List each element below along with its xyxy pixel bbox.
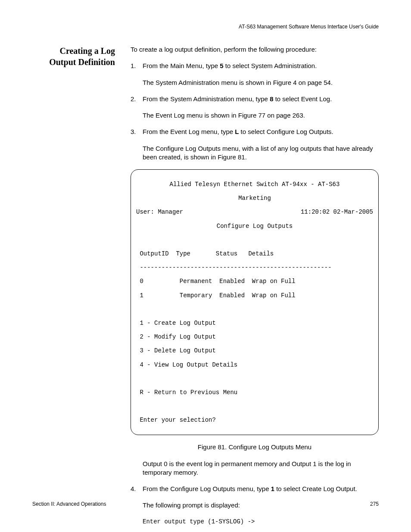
figure-caption: Figure 81. Configure Log Outputs Menu [131, 443, 379, 451]
heading-line-1: Creating a Log [59, 46, 115, 56]
terminal-screen: Allied Telesyn Ethernet Switch AT-94xx -… [131, 169, 379, 435]
term-menu-2: 2 - Modify Log Output [136, 333, 373, 340]
step-4: 4. From the Configure Log Outputs menu, … [131, 485, 379, 493]
term-blank [136, 403, 373, 410]
term-user-row: User: Manager11:20:02 02-Mar-2005 [136, 208, 373, 215]
term-menu-4: 4 - View Log Output Details [136, 361, 373, 368]
intro-paragraph: To create a log output definition, perfo… [131, 45, 379, 54]
term-menu-3: 3 - Delete Log Output [136, 347, 373, 354]
term-title: Allied Telesyn Ethernet Switch AT-94xx -… [136, 181, 373, 188]
term-table-header: OutputID Type Status Details [136, 250, 373, 257]
term-menu-1: 1 - Create Log Output [136, 320, 373, 327]
step-1-follow: The System Administration menu is shown … [143, 78, 379, 87]
page-content: Creating a Log Output Definition To crea… [32, 45, 379, 532]
term-menu-title: Configure Log Outputs [136, 223, 373, 230]
text: From the Event Log menu, type [143, 128, 235, 135]
bold-key: 1 [271, 485, 274, 492]
step-3: 3. From the Event Log menu, type L to se… [131, 128, 379, 136]
text: to select Create Log Output. [274, 485, 357, 492]
text: From the Main Menu, type [143, 62, 220, 69]
term-blank [136, 375, 373, 382]
after-figure-text: Output 0 is the event log in permanent m… [143, 460, 379, 477]
step-body: From the System Administration menu, typ… [143, 95, 379, 103]
term-menu-r: R - Return to Previous Menu [136, 389, 373, 396]
term-table-divider: ----------------------------------------… [136, 264, 373, 271]
footer-section: Section II: Advanced Operations [32, 501, 106, 507]
body-column: To create a log output definition, perfo… [131, 45, 379, 532]
term-timestamp: 11:20:02 02-Mar-2005 [301, 208, 373, 215]
page-footer: Section II: Advanced Operations 275 [32, 501, 379, 507]
term-row-1: 1 Temporary Enabled Wrap on Full [136, 292, 373, 299]
step-number: 2. [131, 95, 143, 103]
section-heading: Creating a Log Output Definition [32, 45, 123, 68]
text: to select Event Log. [273, 95, 332, 103]
term-row-0: 0 Permanent Enabled Wrap on Full [136, 278, 373, 285]
term-blank [136, 306, 373, 313]
text: From the System Administration menu, typ… [143, 95, 270, 103]
step-number: 4. [131, 485, 143, 493]
step-2-follow: The Event Log menu is shown in Figure 77… [143, 111, 379, 120]
step-number: 3. [131, 128, 143, 136]
step-body: From the Configure Log Outputs menu, typ… [143, 485, 379, 493]
running-header: AT-S63 Management Software Menus Interfa… [239, 24, 379, 30]
text: to select Configure Log Outputs. [239, 128, 333, 135]
text: From the Configure Log Outputs menu, typ… [143, 485, 271, 492]
step-1: 1. From the Main Menu, type 5 to select … [131, 62, 379, 70]
text: to select System Administration. [224, 62, 317, 69]
step-number: 1. [131, 62, 143, 70]
heading-line-2: Output Definition [49, 57, 115, 67]
term-user: User: Manager [136, 208, 183, 215]
step-body: From the Event Log menu, type L to selec… [143, 128, 379, 136]
step-3-follow: The Configure Log Outputs menu, with a l… [143, 144, 379, 162]
footer-page-number: 275 [370, 501, 379, 507]
term-prompt: Enter your selection? [136, 417, 373, 423]
bold-key: 5 [220, 62, 223, 69]
step-body: From the Main Menu, type 5 to select Sys… [143, 62, 379, 70]
term-blank [136, 236, 373, 243]
step-2: 2. From the System Administration menu, … [131, 95, 379, 103]
term-subtitle: Marketing [136, 195, 373, 202]
syslog-prompt: Enter output type (1-SYSLOG) -> [143, 518, 379, 526]
